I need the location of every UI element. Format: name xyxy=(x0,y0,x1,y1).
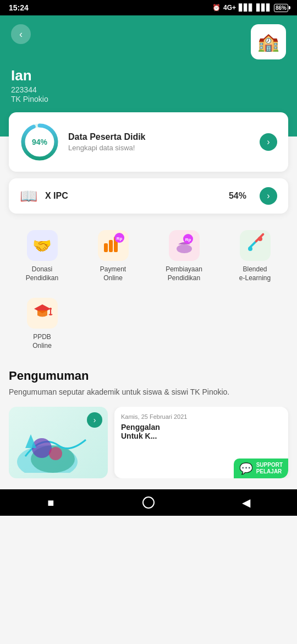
nav-bar: ■ ◀ xyxy=(0,489,297,516)
elearning-svg-icon xyxy=(244,232,267,255)
progress-ring: 94% xyxy=(20,122,59,162)
donasi-icon: 🤝 xyxy=(32,237,52,255)
hero-info: Ian 223344 TK Pinokio xyxy=(11,67,286,103)
support-badge[interactable]: 💬 SUPPORT PELAJAR xyxy=(234,459,288,478)
nav-back-button[interactable]: ◀ xyxy=(237,496,256,509)
elearning-icon xyxy=(244,232,267,259)
nav-home-button[interactable] xyxy=(142,496,155,509)
menu-item-ppdb[interactable]: PPDBOnline xyxy=(9,292,75,356)
signal-bars-icon: ▋▋▋ xyxy=(239,4,254,12)
payment-svg-icon: Rp xyxy=(102,232,125,255)
elearning-icon-wrap xyxy=(240,230,271,261)
elearning-label: Blendede-Learning xyxy=(239,265,271,282)
announcement-cards: › Kamis, 25 Februari 2021 PenggalanUntuk… xyxy=(0,407,297,478)
svg-point-7 xyxy=(177,244,192,253)
pembiayaan-icon-wrap: Rp xyxy=(169,230,200,261)
data-card-arrow[interactable]: › xyxy=(260,133,277,151)
user-id: 223344 xyxy=(11,85,286,94)
alarm-icon: ⏰ xyxy=(212,4,221,12)
menu-grid-bottom: PPDBOnline xyxy=(0,292,297,356)
svg-marker-21 xyxy=(25,434,36,448)
class-percent: 54% xyxy=(229,191,246,201)
announcement-subtitle: Pengumuman seputar akademik untuk siswa … xyxy=(9,386,288,398)
pembiayaan-label: PembiayaanPendidikan xyxy=(166,265,202,282)
payment-label: PaymentOnline xyxy=(100,265,126,282)
nav-square-button[interactable]: ■ xyxy=(41,496,61,509)
menu-item-elearning[interactable]: Blendede-Learning xyxy=(222,225,288,288)
school-logo: 🏫 xyxy=(251,24,286,59)
ppdb-icon xyxy=(31,300,54,327)
wifi-icon: ▋▋▋ xyxy=(256,4,271,12)
cards-section: 94% Data Peserta Didik Lengkapi data sis… xyxy=(0,112,297,214)
svg-text:Rp: Rp xyxy=(185,237,191,242)
svg-rect-2 xyxy=(104,243,108,252)
announcement-art-card[interactable]: › xyxy=(9,407,108,478)
ppdb-icon-wrap xyxy=(27,298,58,329)
time-display: 15:24 xyxy=(9,3,29,12)
data-card-text: Data Peserta Didik Lengkapi data siswa! xyxy=(68,132,251,152)
support-text: SUPPORT PELAJAR xyxy=(256,462,283,475)
progress-percent: 94% xyxy=(32,138,47,146)
menu-item-payment[interactable]: Rp PaymentOnline xyxy=(80,225,146,288)
menu-item-donasi[interactable]: 🤝 DonasiPendidikan xyxy=(9,225,75,288)
ppdb-label: PPDBOnline xyxy=(32,333,52,350)
pembiayaan-svg-icon: Rp xyxy=(173,232,196,255)
data-card-title: Data Peserta Didik xyxy=(68,132,251,142)
svg-point-20 xyxy=(49,447,62,460)
back-button[interactable]: ‹ xyxy=(11,24,31,44)
announcement-title: Pengumuman xyxy=(9,369,288,383)
ppdb-svg-icon xyxy=(31,300,54,323)
whatsapp-icon: 💬 xyxy=(239,462,253,475)
menu-item-pembiayaan[interactable]: Rp PembiayaanPendidikan xyxy=(151,225,217,288)
school-name: TK Pinokio xyxy=(11,95,286,103)
svg-text:Rp: Rp xyxy=(116,236,122,241)
announcement-text-card[interactable]: Kamis, 25 Februari 2021 PenggalanUntuk K… xyxy=(114,407,288,478)
announcement-card-title: PenggalanUntuk K... xyxy=(121,423,282,440)
status-bar: 15:24 ⏰ 4G+ ▋▋▋ ▋▋▋ 86% xyxy=(0,0,297,15)
svg-point-15 xyxy=(50,308,52,310)
donasi-icon-wrap: 🤝 xyxy=(27,230,58,261)
svg-rect-3 xyxy=(109,240,113,252)
school-icon: 🏫 xyxy=(257,31,279,52)
data-card-subtitle: Lengkapi data siswa! xyxy=(68,144,251,152)
payment-icon-wrap: Rp xyxy=(98,230,129,261)
signal-4g-icon: 4G+ xyxy=(223,4,236,12)
data-peserta-card: 94% Data Peserta Didik Lengkapi data sis… xyxy=(9,112,288,172)
class-name: X IPC xyxy=(45,191,221,201)
pembiayaan-icon: Rp xyxy=(173,232,196,259)
svg-point-12 xyxy=(248,247,252,251)
book-icon: 📖 xyxy=(20,188,37,205)
class-card: 📖 X IPC 54% › xyxy=(9,178,288,214)
battery-icon: 86% xyxy=(274,4,288,12)
status-icons: ⏰ 4G+ ▋▋▋ ▋▋▋ 86% xyxy=(212,4,288,12)
class-card-arrow[interactable]: › xyxy=(260,187,277,205)
donasi-label: DonasiPendidikan xyxy=(26,265,58,282)
svg-point-13 xyxy=(258,237,262,241)
announcement-section: Pengumuman Pengumuman seputar akademik u… xyxy=(0,369,297,398)
announcement-date: Kamis, 25 Februari 2021 xyxy=(121,413,282,420)
payment-icon: Rp xyxy=(102,232,125,259)
menu-grid: 🤝 DonasiPendidikan Rp PaymentOnline xyxy=(0,225,297,288)
user-name: Ian xyxy=(11,67,286,84)
